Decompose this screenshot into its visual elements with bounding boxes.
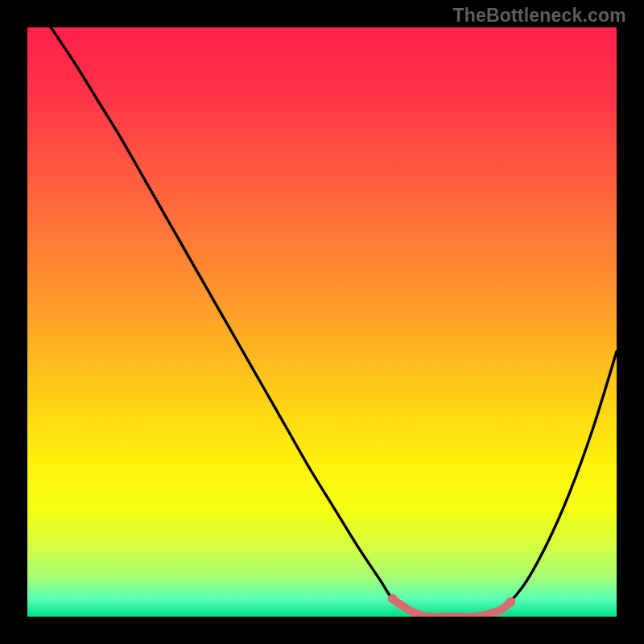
gradient-background xyxy=(27,27,617,617)
chart-container: TheBottleneck.com xyxy=(0,0,644,644)
watermark-text: TheBottleneck.com xyxy=(452,5,626,27)
optimal-range-end-dot xyxy=(506,597,515,607)
optimal-range-start-dot xyxy=(388,594,398,604)
bottleneck-chart xyxy=(27,27,617,617)
